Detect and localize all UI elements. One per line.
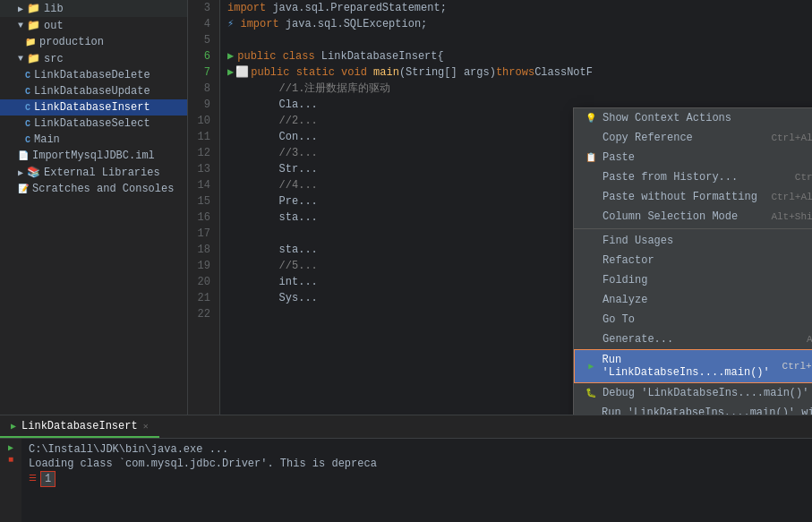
- sidebar-item-ext-libs[interactable]: ▶ 📚 External Libraries: [0, 164, 187, 181]
- run-tab-active[interactable]: ▶ LinkDatabaseInsert ✕: [0, 416, 159, 438]
- run-stop-button[interactable]: ■: [8, 455, 13, 465]
- line-num-14: 14: [188, 177, 214, 193]
- line-num-3: 3: [188, 0, 214, 16]
- line-num-18: 18: [188, 242, 214, 258]
- menu-run-coverage[interactable]: ▶ Run 'LinkDatabseIns....main()' with Co…: [574, 403, 812, 415]
- line-num-12: 12: [188, 145, 214, 161]
- paste-icon: 📋: [585, 152, 597, 163]
- menu-folding[interactable]: Folding ▶: [574, 270, 812, 290]
- run-loading-line: Loading class `com.mysql.jdbc.Driver'. T…: [29, 457, 805, 471]
- code-line-6: ▶ public class LinkDatabaseInsert{: [227, 48, 812, 64]
- menu-find-usages[interactable]: Find Usages Alt+F7: [574, 231, 812, 251]
- line-numbers: 3 4 5 6 7 8 9 10 11 12 13 14 15 16 17 18…: [188, 0, 220, 415]
- run-coverage-icon: ▶: [585, 414, 596, 415]
- run-output-number: 1: [40, 471, 56, 487]
- sidebar-item-out[interactable]: ▼ 📁 out: [0, 17, 187, 34]
- sidebar-item-iml[interactable]: 📄 ImportMysqlJDBC.iml: [0, 148, 187, 164]
- line-num-15: 15: [188, 193, 214, 210]
- debug-icon: 🐛: [585, 388, 597, 398]
- bottom-panel: ▶ LinkDatabaseInsert ✕ ▶ ■ C:\Install\JD…: [0, 415, 812, 522]
- context-actions-icon: 💡: [585, 113, 597, 124]
- menu-generate[interactable]: Generate... Alt+Insert: [574, 329, 812, 349]
- line-num-16: 16: [188, 210, 214, 226]
- menu-analyze[interactable]: Analyze ▶: [574, 290, 812, 310]
- line-num-8: 8: [188, 81, 214, 97]
- menu-paste-no-format[interactable]: Paste without Formatting Ctrl+Alt+Shift+…: [574, 187, 812, 207]
- run-content: C:\Install\JDK\bin\java.exe ... Loading …: [21, 439, 812, 522]
- menu-copy-reference[interactable]: Copy Reference Ctrl+Alt+Shift+C: [574, 128, 812, 148]
- line-num-4: 4: [188, 16, 214, 32]
- code-line-3: import java.sql.PreparedStatement;: [227, 0, 812, 16]
- line-num-6: 6: [188, 48, 214, 64]
- line-num-20: 20: [188, 274, 214, 290]
- menu-sep-1: [574, 228, 812, 229]
- line-num-19: 19: [188, 258, 214, 274]
- sidebar-item-link-update[interactable]: C LinkDatabaseUpdate: [0, 83, 187, 99]
- main-area: ▶ 📁 lib ▼ 📁 out 📁 production ▼ 📁 src C: [0, 0, 812, 415]
- sidebar-item-src[interactable]: ▼ 📁 src: [0, 50, 187, 67]
- line-num-9: 9: [188, 97, 214, 113]
- sidebar: ▶ 📁 lib ▼ 📁 out 📁 production ▼ 📁 src C: [0, 0, 188, 415]
- sidebar-item-link-select[interactable]: C LinkDatabaseSelect: [0, 116, 187, 132]
- line-num-11: 11: [188, 129, 214, 145]
- line-num-13: 13: [188, 161, 214, 177]
- menu-paste[interactable]: 📋 Paste Ctrl+V: [574, 148, 812, 167]
- context-menu: 💡 Show Context Actions Alt+Enter Copy Re…: [573, 107, 812, 415]
- run-icon: ▶: [585, 361, 597, 372]
- editor-area: 3 4 5 6 7 8 9 10 11 12 13 14 15 16 17 18…: [188, 0, 812, 415]
- menu-goto[interactable]: Go To ▶: [574, 310, 812, 329]
- menu-column-selection[interactable]: Column Selection Mode Alt+Shift+Insert: [574, 207, 812, 227]
- run-gutter: ▶ ■: [0, 439, 21, 522]
- line-num-5: 5: [188, 32, 214, 48]
- sidebar-item-main[interactable]: C Main: [0, 132, 187, 148]
- run-path-line: C:\Install\JDK\bin\java.exe ...: [29, 442, 805, 457]
- code-line-5: [227, 32, 812, 48]
- sidebar-item-production[interactable]: 📁 production: [0, 34, 187, 50]
- run-output: ▶ ■ C:\Install\JDK\bin\java.exe ... Load…: [0, 439, 812, 522]
- line-num-22: 22: [188, 306, 214, 322]
- menu-refactor[interactable]: Refactor ▶: [574, 251, 812, 270]
- menu-debug[interactable]: 🐛 Debug 'LinkDatabseIns....main()': [574, 383, 812, 403]
- run-tab-icon: ▶: [11, 421, 16, 432]
- menu-paste-history[interactable]: Paste from History... Ctrl+Shift+V: [574, 167, 812, 187]
- sidebar-item-link-delete[interactable]: C LinkDatabaseDelete: [0, 67, 187, 83]
- run-error-icon: ☰: [29, 472, 37, 486]
- line-num-21: 21: [188, 290, 214, 306]
- menu-run[interactable]: ▶ Run 'LinkDatabseIns....main()' Ctrl+Sh…: [574, 349, 812, 383]
- line-num-10: 10: [188, 113, 214, 129]
- code-line-8: //1.注册数据库的驱动: [227, 81, 812, 97]
- line-num-7: 7: [188, 64, 214, 81]
- run-tab-bar: ▶ LinkDatabaseInsert ✕: [0, 415, 812, 439]
- code-line-7: ▶ ⬜ public static void main(String[] arg…: [227, 64, 812, 81]
- line-num-17: 17: [188, 226, 214, 242]
- sidebar-item-scratches[interactable]: 📝 Scratches and Consoles: [0, 181, 187, 197]
- menu-show-context-actions[interactable]: 💡 Show Context Actions Alt+Enter: [574, 108, 812, 128]
- run-tab-close[interactable]: ✕: [143, 421, 149, 432]
- sidebar-item-lib[interactable]: ▶ 📁 lib: [0, 0, 187, 17]
- run-number-line: ☰ 1: [29, 471, 805, 487]
- code-line-4: ⚡ import java.sql.SQLException;: [227, 16, 812, 32]
- sidebar-item-link-insert[interactable]: C LinkDatabaseInsert: [0, 99, 187, 116]
- run-play-button[interactable]: ▶: [8, 442, 13, 453]
